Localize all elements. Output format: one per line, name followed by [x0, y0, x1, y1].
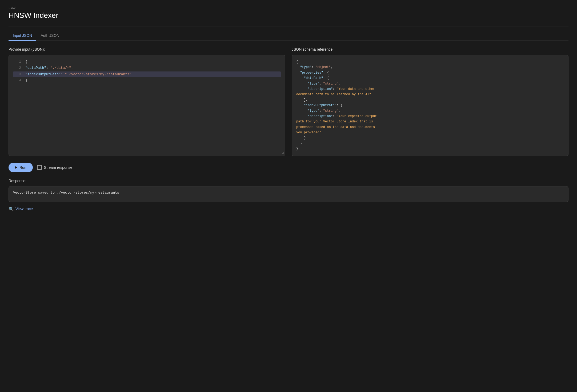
stream-response-label: Stream response	[44, 165, 73, 170]
code-content-3: "indexOutputPath": "./vector-stores/my-r…	[25, 72, 281, 77]
schema-line-12: path for your Vector Store Index that is	[296, 119, 564, 124]
code-line-2: 2 "dataPath": "./data/*",	[13, 65, 281, 71]
page-header: Flow HNSW Indexer	[9, 6, 568, 20]
schema-line-1: {	[296, 59, 564, 65]
line-number-3: 3	[13, 72, 21, 77]
run-icon	[15, 166, 17, 169]
schema-line-13: processed based on the data and document…	[296, 125, 564, 130]
code-content-2: "dataPath": "./data/*",	[25, 65, 281, 71]
line-number-1: 1	[13, 59, 21, 65]
schema-line-9: "indexOutputPath": {	[296, 103, 564, 108]
schema-line-10: "type": "string",	[296, 108, 564, 114]
run-area: Run Stream response	[9, 163, 568, 172]
code-content-4: }	[25, 78, 281, 83]
schema-line-3: "properties": {	[296, 70, 564, 75]
schema-line-5: "type": "string",	[296, 81, 564, 86]
line-number-2: 2	[13, 65, 21, 71]
stream-response-area[interactable]: Stream response	[37, 165, 73, 170]
schema-line-15: }	[296, 135, 564, 141]
input-panel-label: Provide input (JSON):	[9, 47, 285, 51]
schema-panel: JSON schema reference: { "type": "object…	[292, 47, 568, 156]
view-trace-link[interactable]: 🔍 View trace	[9, 206, 568, 211]
line-number-4: 4	[13, 78, 21, 83]
schema-editor: { "type": "object", "properties": { "dat…	[292, 55, 568, 156]
input-json-panel: Provide input (JSON): 1 { 2 "dataPath": …	[9, 47, 285, 156]
page-title: HNSW Indexer	[9, 11, 568, 20]
code-line-3: 3 "indexOutputPath": "./vector-stores/my…	[13, 71, 281, 78]
schema-line-11: "description": "Your expected output	[296, 114, 564, 119]
tab-auth-json[interactable]: Auth JSON	[36, 31, 63, 41]
input-json-editor[interactable]: 1 { 2 "dataPath": "./data/*", 3 "indexOu…	[9, 55, 285, 156]
schema-line-4: "dataPath": {	[296, 75, 564, 81]
tab-input-json[interactable]: Input JSON	[9, 31, 36, 41]
schema-line-14: you provided"	[296, 130, 564, 135]
schema-panel-label: JSON schema reference:	[292, 47, 568, 51]
schema-line-17: }	[296, 146, 564, 151]
resize-handle[interactable]: ⊿	[282, 151, 284, 155]
code-line-1: 1 {	[13, 59, 281, 65]
response-label: Response:	[9, 179, 568, 183]
schema-line-7: documents path to be learned by the AI"	[296, 92, 564, 97]
content-area: Provide input (JSON): 1 { 2 "dataPath": …	[9, 47, 568, 156]
code-line-4: 4 }	[13, 78, 281, 83]
response-section: Response: VectorStore saved to ./vector-…	[9, 179, 568, 202]
view-trace-label: View trace	[15, 207, 33, 211]
stream-response-checkbox[interactable]	[37, 165, 42, 170]
flow-label: Flow	[9, 6, 568, 10]
response-value: VectorStore saved to ./vector-stores/my-…	[13, 191, 119, 195]
schema-line-16: }	[296, 141, 564, 146]
code-content-1: {	[25, 59, 281, 65]
trace-icon: 🔍	[9, 206, 14, 211]
run-button-label: Run	[19, 165, 26, 170]
tab-bar: Input JSON Auth JSON	[9, 31, 568, 41]
schema-line-6: "description": "Your data and other	[296, 86, 564, 92]
response-box: VectorStore saved to ./vector-stores/my-…	[9, 186, 568, 202]
header-divider	[9, 26, 568, 26]
schema-line-8: },	[296, 97, 564, 103]
run-button[interactable]: Run	[9, 163, 33, 172]
schema-line-2: "type": "object",	[296, 65, 564, 70]
